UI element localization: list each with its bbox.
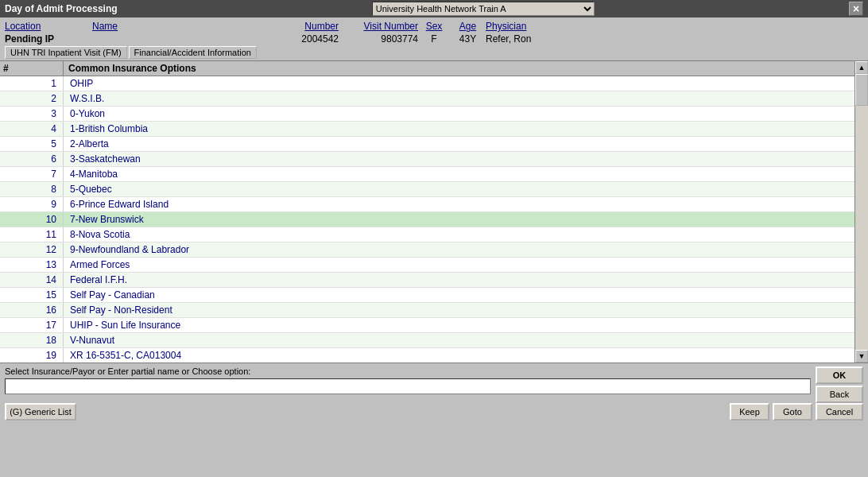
row-number: 14 [0, 273, 64, 287]
title-bar-title: Day of Admit Processing [5, 3, 118, 14]
row-description: OHIP [64, 76, 854, 91]
table-row[interactable]: 1OHIP [0, 76, 854, 91]
ok-button[interactable]: OK [816, 366, 863, 384]
th-num: # [0, 61, 64, 76]
financial-button[interactable]: Financial/Accident Information [129, 46, 257, 59]
row-number: 12 [0, 242, 64, 257]
keep-button[interactable]: Keep [730, 403, 769, 421]
table-row[interactable]: 17UHIP - Sun Life Insurance [0, 318, 854, 333]
close-button[interactable]: × [849, 2, 863, 16]
row-description: 7-New Brunswick [64, 212, 854, 227]
row-description: Federal I.F.H. [64, 273, 854, 287]
table-row[interactable]: 129-Newfoundland & Labrador [0, 242, 854, 258]
row-description: 5-Quebec [64, 182, 854, 196]
scroll-down-button[interactable]: ▼ [855, 350, 868, 363]
row-number: 16 [0, 303, 64, 317]
data-physician: Refer, Ron [486, 33, 645, 45]
row-description: 1-British Columbia [64, 122, 854, 136]
row-description: 8-Nova Scotia [64, 227, 854, 242]
scroll-up-button[interactable]: ▲ [855, 61, 868, 74]
col-header-location[interactable]: Location [5, 21, 92, 32]
scroll-thumb[interactable] [855, 74, 868, 106]
row-description: 0-Yukon [64, 107, 854, 121]
table-row[interactable]: 107-New Brunswick [0, 212, 854, 227]
col-header-age[interactable]: Age [450, 21, 486, 32]
row-number: 10 [0, 212, 64, 227]
data-location: Pending IP [5, 33, 92, 45]
table-row[interactable]: 96-Prince Edward Island [0, 197, 854, 212]
row-number: 2 [0, 91, 64, 106]
row-number: 6 [0, 152, 64, 166]
col-header-sex[interactable]: Sex [418, 21, 450, 32]
table-row[interactable]: 85-Quebec [0, 182, 854, 197]
data-visit: 9803774 [339, 33, 418, 45]
row-description: 3-Saskatchewan [64, 152, 854, 166]
data-age: 43Y [450, 33, 486, 45]
table-row[interactable]: 63-Saskatchewan [0, 152, 854, 167]
table-header: # Common Insurance Options [0, 61, 854, 76]
table-row[interactable]: 41-British Columbia [0, 122, 854, 137]
row-description: W.S.I.B. [64, 91, 854, 106]
select-label: Select Insurance/Payor or Enter partial … [5, 366, 811, 376]
visit-button[interactable]: UHN TRI Inpatient Visit (FM) [5, 46, 127, 59]
data-number: 2004542 [275, 33, 339, 45]
data-sex: F [418, 33, 450, 45]
row-description: Armed Forces [64, 258, 854, 272]
bottom-section: Select Insurance/Payor or Enter partial … [0, 363, 868, 424]
col-header-visit[interactable]: Visit Number [339, 21, 418, 32]
table-row[interactable]: 15Self Pay - Canadian [0, 288, 854, 303]
table-row[interactable]: 74-Manitoba [0, 167, 854, 182]
row-description: 9-Newfoundland & Labrador [64, 242, 854, 257]
row-description: 4-Manitoba [64, 167, 854, 181]
row-number: 5 [0, 137, 64, 151]
cancel-button[interactable]: Cancel [816, 403, 863, 421]
row-number: 19 [0, 348, 64, 363]
table-row[interactable]: 19XR 16-5351-C, CA013004 [0, 348, 854, 363]
row-number: 11 [0, 227, 64, 242]
row-description: 2-Alberta [64, 137, 854, 151]
table-row[interactable]: 18V-Nunavut [0, 333, 854, 348]
table-row[interactable]: 13Armed Forces [0, 258, 854, 273]
row-number: 7 [0, 167, 64, 181]
table-row[interactable]: 14Federal I.F.H. [0, 273, 854, 288]
col-header-number[interactable]: Number [275, 21, 339, 32]
table-row[interactable]: 30-Yukon [0, 107, 854, 122]
row-description: Self Pay - Non-Resident [64, 303, 854, 317]
row-number: 15 [0, 288, 64, 302]
row-number: 18 [0, 333, 64, 347]
back-button[interactable]: Back [816, 386, 863, 403]
data-name [92, 33, 275, 45]
row-number: 3 [0, 107, 64, 121]
row-number: 8 [0, 182, 64, 196]
insurance-list[interactable]: 1OHIP2W.S.I.B.30-Yukon41-British Columbi… [0, 76, 854, 363]
row-number: 1 [0, 76, 64, 91]
title-bar: Day of Admit Processing University Healt… [0, 0, 868, 17]
row-description: Self Pay - Canadian [64, 288, 854, 302]
scroll-track[interactable] [855, 74, 868, 350]
row-description: V-Nunavut [64, 333, 854, 347]
col-header-name[interactable]: Name [92, 21, 275, 32]
table-row[interactable]: 118-Nova Scotia [0, 227, 854, 242]
row-number: 13 [0, 258, 64, 272]
search-input[interactable] [5, 378, 811, 394]
row-number: 9 [0, 197, 64, 211]
table-row[interactable]: 52-Alberta [0, 137, 854, 152]
row-number: 17 [0, 318, 64, 332]
generic-list-button[interactable]: (G) Generic List [5, 403, 76, 421]
row-number: 4 [0, 122, 64, 136]
th-desc: Common Insurance Options [64, 61, 854, 76]
table-row[interactable]: 16Self Pay - Non-Resident [0, 303, 854, 318]
row-description: 6-Prince Edward Island [64, 197, 854, 211]
scrollbar[interactable]: ▲ ▼ [854, 61, 868, 363]
col-header-physician[interactable]: Physician [486, 21, 645, 32]
table-row[interactable]: 2W.S.I.B. [0, 91, 854, 107]
row-description: XR 16-5351-C, CA013004 [64, 348, 854, 363]
goto-button[interactable]: Goto [773, 403, 812, 421]
row-description: UHIP - Sun Life Insurance [64, 318, 854, 332]
network-select[interactable]: University Health Network Train A [372, 2, 595, 16]
